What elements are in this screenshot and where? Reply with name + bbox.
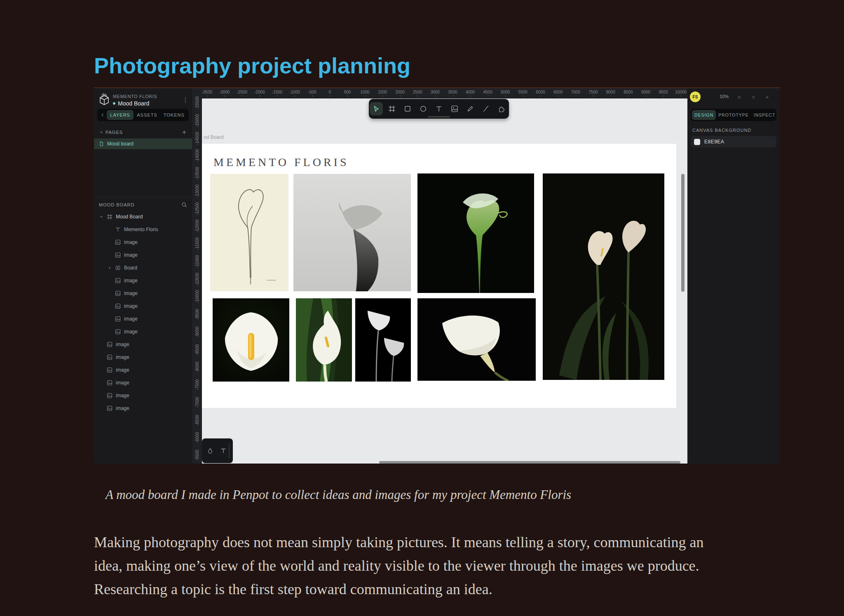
- zoom-level[interactable]: 10%: [715, 94, 734, 99]
- ruler-label: 2500: [413, 90, 422, 94]
- layer-row[interactable]: image: [94, 236, 192, 248]
- typography-palette-icon[interactable]: [220, 447, 227, 454]
- paragraph-line: Making photography does not mean simply …: [94, 531, 819, 554]
- layer-row[interactable]: image: [94, 402, 192, 415]
- toolbar-drag-handle[interactable]: [428, 116, 450, 117]
- layer-expand-icon: [99, 214, 104, 219]
- vertical-ruler: -15500-15000-14500-14000-13500-13000-125…: [192, 88, 202, 464]
- image-calla-in-foliage[interactable]: [296, 298, 352, 382]
- page-item-label: Mood board: [107, 141, 134, 147]
- image-two-callas-with-leaves[interactable]: [543, 173, 664, 380]
- user-avatar[interactable]: FS: [690, 91, 701, 102]
- design-panel-tab[interactable]: INSPECT: [751, 110, 778, 120]
- layer-row[interactable]: image: [94, 351, 192, 363]
- design-panel-tabs: DESIGNPROTOTYPEINSPECT: [691, 109, 776, 121]
- layer-row[interactable]: image: [94, 363, 192, 376]
- layer-row[interactable]: image: [94, 287, 192, 300]
- select-tool-icon[interactable]: [370, 102, 383, 115]
- project-name: MEMENTO FLORIS: [113, 94, 157, 99]
- left-panel-tab[interactable]: ASSETS: [134, 110, 160, 120]
- canvas-viewport[interactable]: -3500-3000-2500-2000-1500-1000-500050010…: [202, 88, 687, 464]
- layer-type-icon: [107, 342, 113, 347]
- image-bw-callas[interactable]: [355, 298, 411, 382]
- image-green-calla[interactable]: [417, 173, 534, 293]
- blog-page: Photography project planning MEMENTO FLO…: [0, 0, 844, 616]
- ruler-label: 6500: [553, 90, 563, 94]
- ruler-label: 3000: [431, 90, 440, 94]
- layer-label: image: [116, 380, 129, 386]
- left-panel-tabs: LAYERSASSETSTOKENS: [97, 109, 189, 121]
- left-panel-tab[interactable]: TOKENS: [161, 110, 188, 120]
- horizontal-scrollbar[interactable]: [379, 461, 680, 464]
- layer-label: Board: [124, 265, 137, 271]
- paragraph-line: idea, making one’s view of the world and…: [94, 554, 819, 578]
- layers-header-label: MOOD BOARD: [99, 202, 134, 207]
- image-white-calla-horizontal[interactable]: [417, 298, 536, 381]
- image-tool-icon[interactable]: [448, 102, 461, 115]
- ruler-label: 8500: [624, 90, 633, 94]
- layer-label: image: [116, 342, 129, 347]
- file-menu-icon[interactable]: ⋮: [181, 95, 190, 105]
- layer-row[interactable]: Mood Board: [94, 210, 192, 223]
- design-panel-tab[interactable]: PROTOTYPE: [716, 110, 751, 120]
- palette-toggle-bar: [202, 438, 233, 463]
- file-status-dot: [113, 102, 115, 105]
- layer-type-icon: [107, 393, 113, 398]
- image-white-calla-closeup[interactable]: [213, 298, 289, 382]
- ruler-label: -1000: [289, 90, 300, 94]
- chevron-down-icon: [99, 130, 104, 135]
- plugins-tool-icon[interactable]: [495, 102, 508, 115]
- image-calla-line-sketch[interactable]: [210, 174, 288, 291]
- curve-tool-icon[interactable]: [479, 102, 492, 115]
- layer-label: Mood Board: [116, 214, 143, 220]
- ruler-label: 500: [344, 90, 351, 94]
- layer-row[interactable]: image: [94, 325, 192, 338]
- add-page-icon[interactable]: [181, 129, 187, 135]
- layer-row[interactable]: image: [94, 274, 192, 287]
- color-swatch[interactable]: [694, 139, 700, 145]
- board-tool-icon[interactable]: [385, 102, 399, 115]
- layers-tree: Mood Board Memento Floris image image: [94, 210, 192, 415]
- left-panel-tab[interactable]: LAYERS: [107, 110, 134, 120]
- design-panel-tab[interactable]: DESIGN: [692, 110, 716, 120]
- comments-icon[interactable]: [735, 93, 743, 101]
- search-layers-icon[interactable]: [181, 202, 187, 208]
- board-title[interactable]: MEMENTO FLORIS: [213, 156, 349, 169]
- ruler-label: -5500: [195, 443, 199, 464]
- layer-type-icon: [107, 367, 113, 373]
- ellipse-tool-icon[interactable]: [417, 102, 430, 115]
- layer-type-icon: [115, 278, 121, 283]
- layer-row[interactable]: image: [94, 312, 192, 325]
- ruler-label: 3500: [448, 90, 457, 94]
- history-icon[interactable]: [749, 93, 757, 101]
- board-frame-label[interactable]: od Board: [204, 134, 224, 140]
- layer-row[interactable]: image: [94, 389, 192, 402]
- canvas-background-row[interactable]: E8E9EA: [691, 136, 776, 148]
- canvas-toolbar: [369, 99, 509, 119]
- pages-section-header: PAGES: [94, 128, 192, 137]
- right-sidebar: FS 10% DESIGNPROTOTYPEINSPECT CANVAS BAC…: [687, 88, 780, 464]
- layer-row[interactable]: image: [94, 376, 192, 389]
- layer-row[interactable]: Board: [94, 261, 192, 274]
- image-calla-graphite-drawing[interactable]: [293, 174, 411, 291]
- layer-type-icon: [115, 265, 121, 271]
- ruler-label: 6000: [536, 90, 545, 94]
- vertical-scrollbar[interactable]: [681, 174, 685, 292]
- layer-label: image: [116, 405, 129, 411]
- collapse-sidebar-icon[interactable]: [98, 112, 107, 118]
- pen-tool-icon[interactable]: [464, 102, 477, 115]
- page-item-mood-board[interactable]: Mood board: [94, 138, 192, 149]
- layer-row[interactable]: image: [94, 338, 192, 351]
- layer-type-icon: [115, 252, 121, 258]
- layer-row[interactable]: image: [94, 248, 192, 261]
- layer-row[interactable]: Memento Floris: [94, 223, 192, 236]
- page-title: Photography project planning: [94, 53, 410, 78]
- page-file-icon: [99, 141, 104, 146]
- color-palette-icon[interactable]: [207, 447, 213, 454]
- present-icon[interactable]: [763, 93, 771, 101]
- text-tool-icon[interactable]: [432, 102, 445, 115]
- rectangle-tool-icon[interactable]: [401, 102, 414, 115]
- sidebar-divider: [94, 197, 192, 197]
- layer-label: image: [124, 316, 138, 322]
- layer-row[interactable]: image: [94, 300, 192, 312]
